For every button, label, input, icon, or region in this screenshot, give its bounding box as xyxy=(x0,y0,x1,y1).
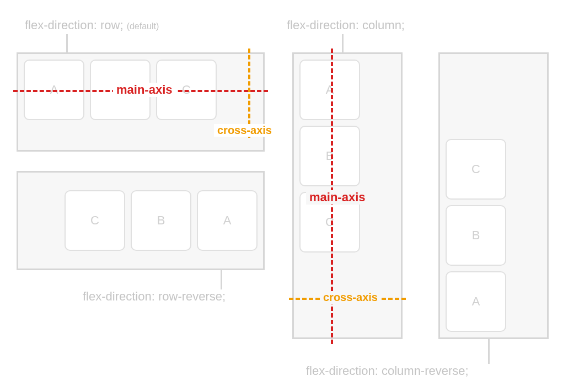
flex-container-row-reverse: A B C xyxy=(17,171,265,270)
nub xyxy=(342,34,344,52)
flex-item: B xyxy=(446,205,506,266)
caption-row-default: (default) xyxy=(127,22,159,31)
flex-item: C xyxy=(65,190,125,251)
flex-container-row: A B C xyxy=(17,52,265,152)
nub xyxy=(221,270,222,289)
flex-item: A xyxy=(446,271,506,332)
cross-axis-label: cross-axis xyxy=(214,124,275,137)
flex-item: A xyxy=(197,190,258,251)
nub xyxy=(66,34,68,52)
main-axis-label: main-axis xyxy=(306,190,369,205)
caption-row: flex-direction: row; (default) xyxy=(25,18,159,33)
caption-row-text: flex-direction: row; xyxy=(25,18,124,32)
caption-col: flex-direction: column; xyxy=(287,18,405,33)
flex-container-column-reverse: A B C xyxy=(438,52,549,339)
cross-axis-label: cross-axis xyxy=(320,291,381,304)
main-axis-label: main-axis xyxy=(113,83,176,97)
flex-item: C xyxy=(446,139,506,200)
nub xyxy=(488,339,490,364)
caption-colrev: flex-direction: column-reverse; xyxy=(306,364,469,378)
flex-item: A xyxy=(299,60,360,120)
flex-item: B xyxy=(131,190,191,251)
flex-item: B xyxy=(299,126,360,186)
caption-rowrev: flex-direction: row-reverse; xyxy=(83,289,226,304)
